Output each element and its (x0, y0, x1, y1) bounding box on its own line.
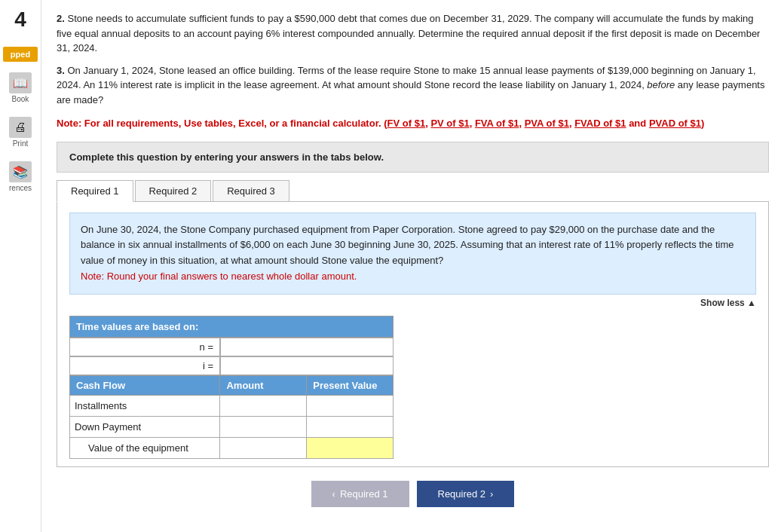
question-3: 3. On January 1, 2024, Stone leased an o… (57, 63, 769, 108)
next-button[interactable]: Required 2 › (417, 481, 515, 507)
prev-label: Required 1 (340, 488, 388, 500)
q2-text: Stone needs to accumulate sufficient fun… (57, 13, 760, 54)
installments-pv-input[interactable] (311, 399, 388, 413)
i-input[interactable] (221, 357, 393, 375)
references-label: rences (9, 184, 32, 192)
book-label: Book (12, 95, 29, 103)
n-row: n = (69, 338, 756, 356)
q3-text: On January 1, 2024, Stone leased an offi… (57, 65, 764, 105)
installments-amount-input[interactable] (225, 399, 302, 413)
references-icon[interactable]: 📚 (9, 161, 32, 182)
q2-number: 2. (57, 13, 65, 24)
question-text-box: On June 30, 2024, the Stone Company purc… (69, 212, 756, 295)
i-row: i = (69, 356, 756, 375)
prev-icon: ‹ (332, 488, 335, 500)
book-icon[interactable]: 📖 (9, 72, 32, 93)
link-pva[interactable]: PVA of $1 (525, 118, 569, 129)
table-row: Value of the equipment (70, 437, 394, 458)
link-fvad[interactable]: FVAD of $1 (574, 118, 626, 129)
row-installments-label: Installments (70, 395, 220, 416)
link-fva[interactable]: FVA of $1 (475, 118, 519, 129)
tab-required-1-label: Required 1 (71, 185, 119, 197)
row-installments-pv[interactable] (307, 395, 394, 416)
row-installments-amount[interactable] (220, 395, 307, 416)
prev-button[interactable]: ‹ Required 1 (311, 481, 409, 507)
note-links: (FV of $1, PV of $1, FVA of $1, PVA of $… (384, 118, 704, 129)
show-less[interactable]: Show less ▲ (69, 298, 756, 308)
table-row: Installments (70, 395, 394, 416)
tab-required-2[interactable]: Required 2 (135, 180, 212, 201)
next-icon: › (490, 488, 493, 500)
print-label: Print (13, 139, 29, 148)
nav-buttons: ‹ Required 1 Required 2 › (57, 481, 769, 507)
tabs-container: Required 1 Required 2 Required 3 (57, 180, 769, 202)
data-table: Cash Flow Amount Present Value Installme… (69, 375, 394, 459)
row-downpayment-label: Down Payment (70, 416, 220, 437)
i-label: i = (69, 356, 220, 375)
q3-number: 3. (57, 65, 65, 76)
row-equipment-label: Value of the equipment (70, 437, 220, 458)
tv-header: Time values are based on: (69, 316, 394, 338)
row-downpayment-pv[interactable] (307, 416, 394, 437)
row-equipment-amount[interactable] (220, 437, 307, 458)
instructions-box: Complete this question by entering your … (57, 142, 769, 173)
sidebar: 4 pped 📖 Book 🖨 Print 📚 rences (0, 0, 41, 532)
tab-required-1[interactable]: Required 1 (57, 180, 133, 202)
table-wrapper: Time values are based on: n = i = (69, 316, 756, 459)
equipment-pv-input[interactable] (311, 441, 388, 455)
col-pv: Present Value (307, 375, 394, 395)
equipment-amount-input[interactable] (225, 441, 302, 455)
page-number: 4 (14, 8, 26, 32)
col-amount: Amount (220, 375, 307, 395)
question-2: 2. Stone needs to accumulate sufficient … (57, 11, 769, 56)
link-pvad[interactable]: PVAD of $1 (649, 118, 701, 129)
next-label: Required 2 (438, 488, 486, 500)
table-row: Down Payment (70, 416, 394, 437)
downpayment-pv-input[interactable] (311, 420, 388, 434)
note-round: Note: Round your final answers to neares… (81, 271, 357, 282)
col-cashflow: Cash Flow (70, 375, 220, 395)
n-input-cell[interactable] (220, 338, 394, 356)
i-input-cell[interactable] (220, 356, 394, 375)
n-label: n = (69, 338, 220, 356)
main-content: 2. Stone needs to accumulate sufficient … (41, 0, 784, 532)
tab-required-2-label: Required 2 (149, 185, 198, 197)
tab-required-3[interactable]: Required 3 (213, 180, 289, 201)
instructions-text: Complete this question by entering your … (69, 151, 384, 163)
print-icon[interactable]: 🖨 (9, 117, 32, 138)
row-downpayment-amount[interactable] (220, 416, 307, 437)
note-line: Note: For all requirements, Use tables, … (57, 116, 769, 131)
tab-panel: On June 30, 2024, the Stone Company purc… (57, 202, 769, 467)
row-equipment-pv[interactable] (307, 437, 394, 458)
sidebar-highlight[interactable]: pped (3, 47, 38, 62)
n-input[interactable] (221, 338, 393, 356)
tab-required-3-label: Required 3 (227, 185, 275, 197)
downpayment-amount-input[interactable] (225, 420, 302, 434)
link-fv[interactable]: FV of $1 (387, 118, 426, 129)
link-pv[interactable]: PV of $1 (430, 118, 469, 129)
question-description: On June 30, 2024, the Stone Company purc… (81, 224, 734, 267)
